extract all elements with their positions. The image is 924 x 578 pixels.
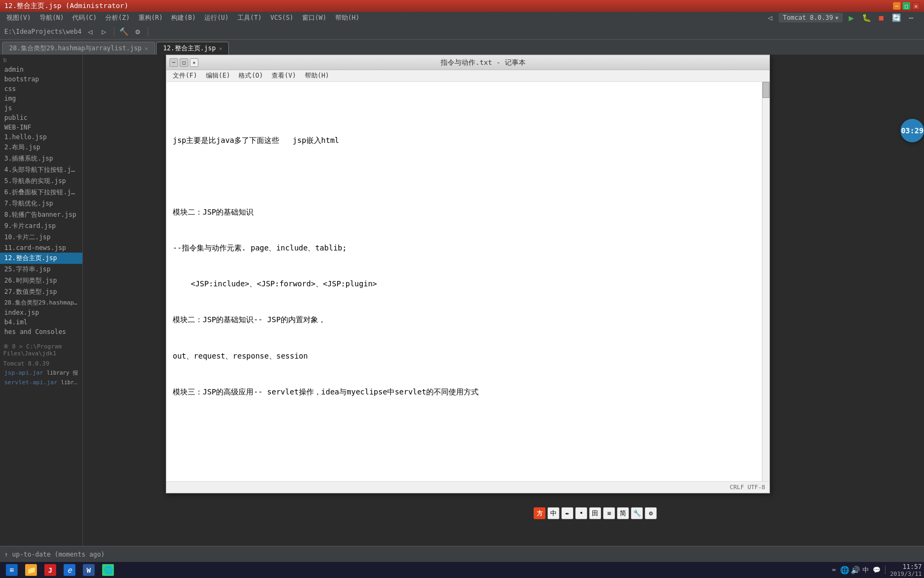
tray-keyboard[interactable]: ⌨ xyxy=(829,566,838,574)
menu-tools[interactable]: 工具(T) xyxy=(233,12,266,24)
sidebar-item-7[interactable]: 7.导航优化.jsp xyxy=(0,198,82,209)
menu-code[interactable]: 代码(C) xyxy=(68,12,101,24)
sidebar-item-js[interactable]: js xyxy=(0,103,82,113)
sidebar-item-2[interactable]: 2.布局.jsp xyxy=(0,142,82,153)
taskbar-ie[interactable]: e xyxy=(61,563,78,577)
notepad-win-minimize[interactable]: ─ xyxy=(170,58,178,67)
menu-build[interactable]: 构建(B) xyxy=(167,12,200,24)
build-project-button[interactable]: 🔨 xyxy=(118,25,130,38)
notepad-scrollbar[interactable] xyxy=(762,82,769,493)
sidebar-item-26[interactable]: 26.时间类型.jsp xyxy=(0,275,82,286)
tray-ime[interactable]: 中 xyxy=(861,566,870,574)
tray-chat[interactable]: 💬 xyxy=(872,566,881,574)
more-button[interactable]: ⋯ xyxy=(905,11,918,24)
menu-run[interactable]: 运行(U) xyxy=(200,12,233,24)
tab-hashmap-close[interactable]: ✕ xyxy=(145,45,148,51)
lib-servletapi-label: servlet-api.jar xyxy=(4,379,61,386)
taskbar-start[interactable]: ⊞ xyxy=(3,563,20,577)
notepad-content[interactable]: jsp主要是比java多了下面这些 jsp嵌入html 模块二：JSP的基础知识… xyxy=(166,82,769,481)
ime-logo[interactable]: 方 xyxy=(534,507,545,519)
notepad-statusbar: CRLF UTF-8 xyxy=(166,481,769,493)
sidebar-item-6[interactable]: 6.折叠面板下拉按钮.jsp xyxy=(0,187,82,198)
sidebar-item-12[interactable]: 12.整合主页.jsp xyxy=(0,253,82,264)
notepad-win-close[interactable]: ✕ xyxy=(190,58,198,67)
sidebar-item-4[interactable]: 4.头部导航下拉按钮.jsp xyxy=(0,164,82,176)
menu-help[interactable]: 帮助(H) xyxy=(331,12,364,24)
scroll-thumb[interactable] xyxy=(763,82,769,98)
sidebar-item-27[interactable]: 27.数值类型.jsp xyxy=(0,286,82,298)
menu-window[interactable]: 窗口(W) xyxy=(298,12,331,24)
sidebar-item-bootstrap[interactable]: bootstrap xyxy=(0,74,82,84)
ime-pen-btn[interactable]: ✒ xyxy=(561,507,573,519)
sidebar-lib-servletapi[interactable]: servlet-api.jar library 报 xyxy=(0,378,82,387)
sidebar-item-public[interactable]: public xyxy=(0,113,82,123)
sidebar-item-28[interactable]: 28.集合类型29.hashmap与arraylis xyxy=(0,298,82,308)
menu-vcs[interactable]: VCS(S) xyxy=(266,13,298,22)
notepad-menu-file[interactable]: 文件(F) xyxy=(168,70,202,81)
update-button[interactable]: 🔄 xyxy=(890,11,903,24)
notepad-menu-view[interactable]: 查看(V) xyxy=(267,70,301,81)
taskbar-app5[interactable]: 🌐 xyxy=(99,563,117,577)
taskbar-word[interactable]: W xyxy=(80,563,97,577)
nav-back-button[interactable]: ◁ xyxy=(764,11,776,24)
toolbar-right: ◁ Tomcat 8.0.39 ▼ ▶ 🐛 ■ 🔄 ⋯ xyxy=(764,11,922,24)
run-button[interactable]: ▶ xyxy=(845,11,858,24)
ime-tool-btn[interactable]: 🔧 xyxy=(631,507,643,519)
notepad-menu-edit[interactable]: 编辑(E) xyxy=(202,70,235,81)
tomcat-selector[interactable]: Tomcat 8.0.39 ▼ xyxy=(779,13,843,22)
menu-analyze[interactable]: 分析(Z) xyxy=(101,12,134,24)
sidebar-item-11[interactable]: 11.card-news.jsp xyxy=(0,243,82,253)
sidebar-item-3[interactable]: 3.插播系统.jsp xyxy=(0,153,82,164)
tab-bar: 28.集合类型29.hashmap与arraylist.jsp ✕ 12.整合主… xyxy=(0,40,924,55)
minimize-button[interactable]: ─ xyxy=(893,2,900,10)
sidebar-item-b4iml[interactable]: b4.iml xyxy=(0,317,82,327)
ime-simple-btn[interactable]: 简 xyxy=(617,507,629,519)
taskbar-explorer[interactable]: 📁 xyxy=(22,563,40,577)
notepad-win-restore[interactable]: □ xyxy=(180,58,188,67)
sidebar-item-10[interactable]: 10.卡片二.jsp xyxy=(0,232,82,243)
tab-main-close[interactable]: ✕ xyxy=(219,45,222,51)
sidebar-item-css[interactable]: css xyxy=(0,84,82,94)
tray-network[interactable]: 🌐 xyxy=(840,566,849,574)
tomcat-dropdown-icon[interactable]: ▼ xyxy=(835,15,838,21)
maximize-button[interactable]: □ xyxy=(903,2,910,10)
settings-button[interactable]: ⚙ xyxy=(132,25,144,38)
close-button[interactable]: ✕ xyxy=(912,2,920,10)
notepad-menu-help[interactable]: 帮助(H) xyxy=(301,70,334,81)
menu-refactor[interactable]: 重构(R) xyxy=(134,12,167,24)
sidebar-item-img[interactable]: img xyxy=(0,94,82,103)
start-symbol: ⊞ xyxy=(10,566,13,574)
ime-chinese-btn[interactable]: 中 xyxy=(548,507,559,519)
debug-button[interactable]: 🐛 xyxy=(860,11,873,24)
sidebar-lib-jspapi[interactable]: jsp-api.jar library 报 xyxy=(0,368,82,378)
sidebar-item-8[interactable]: 8.轮播广告banner.jsp xyxy=(0,209,82,220)
main-layout: b admin bootstrap css img js public WEB-… xyxy=(0,55,924,546)
notepad-menu-format[interactable]: 格式(O) xyxy=(234,70,267,81)
ime-grid-btn[interactable]: 田 xyxy=(589,507,601,519)
sidebar-item-webinf[interactable]: WEB-INF xyxy=(0,123,82,132)
stop-button[interactable]: ■ xyxy=(875,11,888,24)
tab-hashmap[interactable]: 28.集合类型29.hashmap与arraylist.jsp ✕ xyxy=(2,42,155,55)
sidebar-item-index[interactable]: index.jsp xyxy=(0,308,82,317)
sidebar-item-1[interactable]: 1.hello.jsp xyxy=(0,132,82,142)
toolbar-separator-2 xyxy=(148,27,148,36)
sidebar-item-9[interactable]: 9.卡片card.jsp xyxy=(0,220,82,232)
menu-nav[interactable]: 导航(N) xyxy=(35,12,68,24)
sidebar-item-hes-consoles[interactable]: hes and Consoles xyxy=(0,327,82,337)
tray-separator xyxy=(885,566,886,574)
tomcat-label: Tomcat 8.0.39 xyxy=(783,14,833,21)
sidebar-item-25[interactable]: 25.字符串.jsp xyxy=(0,264,82,275)
ime-dot-btn[interactable]: • xyxy=(575,507,587,519)
ime-list-btn[interactable]: ≡ xyxy=(603,507,615,519)
taskbar-time[interactable]: 11:57 2019/3/11 xyxy=(890,563,922,577)
tab-main[interactable]: 12.整合主页.jsp ✕ xyxy=(156,42,229,55)
back-button[interactable]: ◁ xyxy=(84,25,97,38)
taskbar-idea[interactable]: J xyxy=(42,563,59,577)
sidebar-item-admin[interactable]: admin xyxy=(0,65,82,74)
sidebar-item-5[interactable]: 5.导航条的实现.jsp xyxy=(0,176,82,187)
forward-button[interactable]: ▷ xyxy=(98,25,111,38)
tray-volume[interactable]: 🔊 xyxy=(851,566,859,574)
ime-settings-btn[interactable]: ⚙ xyxy=(645,507,657,519)
sidebar-project-label: b xyxy=(0,55,82,65)
menu-view[interactable]: 视图(V) xyxy=(2,12,35,24)
